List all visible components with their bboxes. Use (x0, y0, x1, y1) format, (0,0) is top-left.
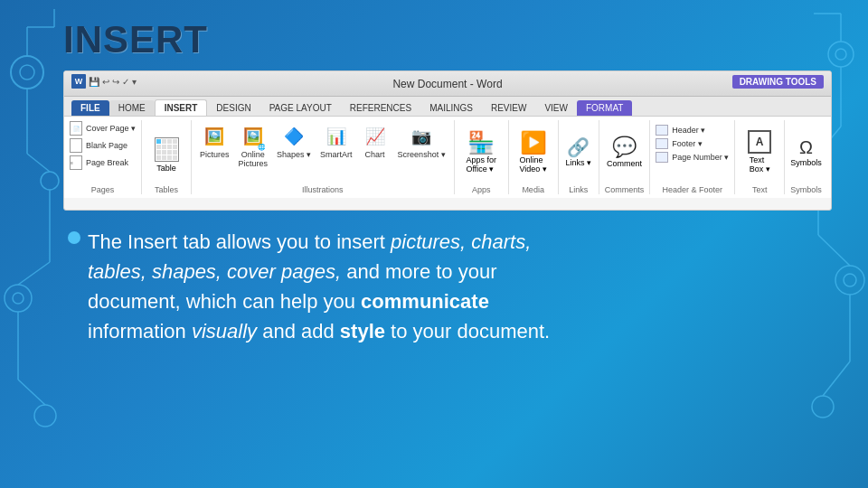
group-apps-label: Apps (460, 183, 503, 194)
slide-title-area: INSERT (63, 18, 850, 61)
group-symbols: Ω Symbols Symbols (785, 120, 827, 194)
tab-mailings[interactable]: MAILINGS (420, 100, 482, 116)
btn-shapes[interactable]: 🔷 Shapes ▾ (274, 120, 314, 162)
btn-links[interactable]: Links ▾ (565, 158, 591, 167)
btn-header[interactable]: Header ▾ (656, 124, 705, 136)
group-pages-label: Pages (70, 183, 136, 194)
quick-access-toolbar: W 💾 ↩ ↪ ✓ ▾ (71, 74, 137, 89)
group-apps: 🏪 Apps forOffice ▾ Apps (455, 120, 509, 194)
bold-style: style (340, 320, 385, 343)
group-header-footer: Header ▾ Footer ▾ Page Number ▾ Header &… (650, 120, 735, 194)
group-pages: 📄 Cover Page ▾ Blank Page ≡ Page Break P… (64, 120, 142, 194)
bullet-dot (68, 231, 80, 244)
group-media: ▶️ OnlineVideo ▾ Media (509, 120, 559, 194)
group-header-footer-label: Header & Footer (656, 183, 729, 194)
btn-table[interactable]: Table (156, 164, 176, 173)
btn-page-break[interactable]: ≡ Page Break (70, 155, 128, 171)
btn-comment[interactable]: Comment (607, 159, 642, 168)
group-tables: Table Tables (142, 120, 192, 194)
svg-line-9 (18, 262, 50, 285)
group-comments-label: Comments (605, 183, 645, 194)
highlight-pictures-charts: pictures, charts, (391, 230, 531, 253)
body-text: The Insert tab allows you to insert pict… (88, 227, 550, 346)
svg-point-5 (34, 405, 56, 427)
ribbon-titlebar: W 💾 ↩ ↪ ✓ ▾ New Document - Word DRAWING … (64, 71, 831, 97)
slide-title: INSERT (63, 18, 208, 61)
group-illustrations-label: Illustrations (197, 183, 448, 194)
btn-online-video[interactable]: OnlineVideo ▾ (519, 155, 546, 174)
tab-home[interactable]: HOME (109, 100, 155, 116)
bold-communicate: communicate (361, 290, 489, 313)
group-links: 🔗 Links ▾ Links (559, 120, 599, 194)
italic-visually: visually (192, 320, 257, 343)
btn-blank-page[interactable]: Blank Page (70, 137, 127, 154)
btn-footer[interactable]: Footer ▾ (656, 137, 703, 150)
group-illustrations: 🖼️ Pictures 🖼️🌐 OnlinePictures 🔷 Shapes … (192, 120, 455, 194)
svg-point-3 (5, 285, 32, 312)
word-icon: W (71, 74, 86, 89)
tab-design[interactable]: DESIGN (207, 100, 259, 116)
tab-review[interactable]: REVIEW (482, 100, 535, 116)
group-links-label: Links (564, 183, 593, 194)
tab-references[interactable]: REFERENCES (341, 100, 420, 116)
btn-pictures[interactable]: 🖼️ Pictures (197, 120, 232, 162)
btn-symbols[interactable]: Symbols (790, 158, 822, 167)
svg-line-7 (27, 154, 50, 172)
svg-point-1 (20, 65, 34, 80)
btn-screenshot[interactable]: 📷 Screenshot ▾ (395, 120, 448, 162)
doc-title: New Document - Word (392, 78, 502, 90)
btn-cover-page[interactable]: 📄 Cover Page ▾ (70, 120, 136, 136)
ribbon-tabs: FILE HOME INSERT DESIGN PAGE LAYOUT REFE… (64, 97, 831, 117)
highlight-tables-shapes: tables, shapes, cover pages, (88, 260, 341, 283)
btn-chart[interactable]: 📈 Chart (359, 120, 392, 162)
tab-file[interactable]: FILE (71, 100, 109, 116)
tab-insert[interactable]: INSERT (155, 99, 208, 116)
group-text: A TextBox ▾ Text (735, 120, 785, 194)
ribbon-screenshot: W 💾 ↩ ↪ ✓ ▾ New Document - Word DRAWING … (63, 70, 832, 211)
drawing-tools-badge: DRAWING TOOLS (732, 75, 824, 89)
btn-online-pictures[interactable]: 🖼️🌐 OnlinePictures (236, 120, 271, 171)
btn-text-box[interactable]: TextBox ▾ (750, 155, 770, 174)
bullet-point: The Insert tab allows you to insert pict… (68, 227, 845, 346)
btn-smartart[interactable]: 📊 SmartArt (317, 120, 355, 162)
btn-apps-office[interactable]: Apps forOffice ▾ (466, 155, 496, 174)
svg-point-2 (41, 172, 59, 190)
tab-format[interactable]: FORMAT (577, 100, 632, 116)
svg-point-4 (13, 293, 24, 304)
group-text-label: Text (741, 183, 778, 194)
tab-page-layout[interactable]: PAGE LAYOUT (260, 100, 341, 116)
tab-view[interactable]: VIEW (535, 100, 577, 116)
group-symbols-label: Symbols (790, 183, 822, 194)
svg-point-0 (11, 56, 43, 89)
group-comments: 💬 Comment Comments (599, 120, 651, 194)
svg-line-11 (18, 380, 45, 405)
btn-page-number[interactable]: Page Number ▾ (656, 151, 729, 164)
group-media-label: Media (514, 183, 552, 194)
group-tables-label: Tables (147, 183, 185, 194)
ribbon-content: 📄 Cover Page ▾ Blank Page ≡ Page Break P… (64, 117, 831, 198)
body-text-area: The Insert tab allows you to insert pict… (63, 227, 850, 346)
